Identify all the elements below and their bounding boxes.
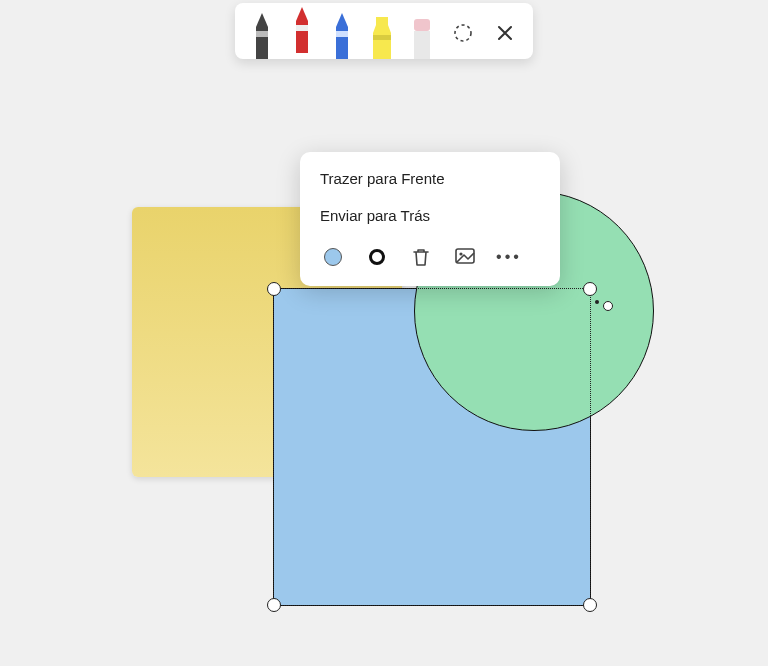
svg-rect-5 <box>414 31 430 59</box>
rotate-connector-dot <box>595 300 599 304</box>
pen-blue[interactable] <box>325 7 359 59</box>
menu-bring-to-front[interactable]: Trazer para Frente <box>300 160 560 197</box>
pen-black[interactable] <box>245 7 279 59</box>
svg-rect-2 <box>336 31 348 37</box>
rotate-handle[interactable] <box>603 301 613 311</box>
delete-icon[interactable] <box>406 242 436 272</box>
whiteboard-canvas[interactable] <box>0 0 768 666</box>
svg-rect-3 <box>373 35 391 40</box>
pen-highlighter[interactable] <box>365 7 399 59</box>
svg-rect-0 <box>256 31 268 37</box>
stroke-color-icon[interactable] <box>362 242 392 272</box>
shape-context-menu: Trazer para Frente Enviar para Trás ••• <box>300 152 560 286</box>
pen-toolbar: ↑ <box>235 3 533 59</box>
more-options-icon[interactable]: ••• <box>494 242 524 272</box>
menu-tool-row: ••• <box>300 234 560 282</box>
image-icon[interactable] <box>450 242 480 272</box>
svg-point-8 <box>459 252 462 255</box>
svg-point-6 <box>455 25 471 41</box>
pen-eraser[interactable] <box>405 7 439 59</box>
svg-rect-4 <box>414 19 430 31</box>
close-icon[interactable] <box>487 7 523 59</box>
fill-color-icon[interactable] <box>318 242 348 272</box>
pen-red[interactable]: ↑ <box>285 7 319 59</box>
svg-rect-1 <box>296 25 308 31</box>
lasso-select-icon[interactable] <box>445 7 481 59</box>
menu-send-to-back[interactable]: Enviar para Trás <box>300 197 560 234</box>
